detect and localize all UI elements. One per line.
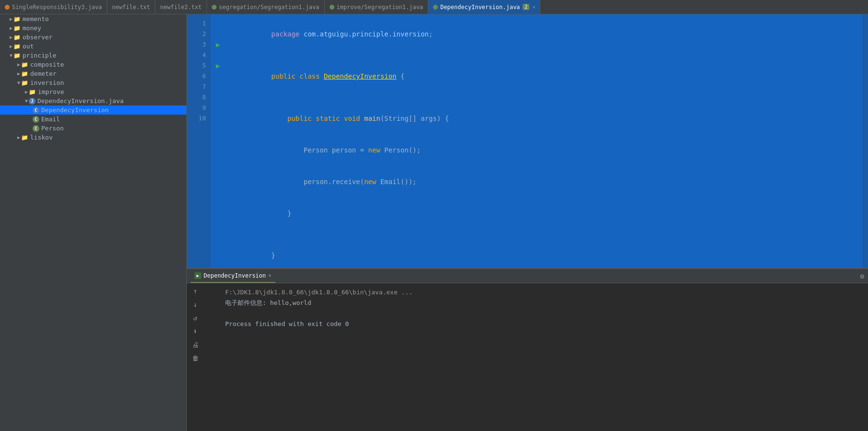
- sidebar-item-dep-class[interactable]: C DependecyInversion: [0, 105, 186, 115]
- sidebar-item-memento[interactable]: ▶ 📁 memento: [0, 14, 186, 23]
- tab-dep[interactable]: DependecyInversion.java 2 ✕: [428, 0, 540, 14]
- class-green-icon: C: [33, 125, 39, 132]
- sidebar-label-liskov: liskov: [30, 134, 53, 141]
- arrow-icon: ▶: [10, 35, 12, 40]
- code-line-9: [231, 229, 857, 240]
- main-area: ▶ 📁 memento ▶ 📁 money ▶ 📁 observer ▶ 📁 o…: [0, 14, 868, 431]
- sidebar-label-email: Email: [41, 116, 60, 123]
- tab-bar: SingleResponsibility3.java newfile.txt n…: [0, 0, 868, 14]
- indent: [271, 115, 287, 122]
- keyword-public: public: [271, 72, 299, 80]
- sidebar-item-person[interactable]: C Person: [0, 124, 186, 133]
- sidebar-label-person: Person: [41, 125, 64, 132]
- sidebar-item-improve[interactable]: ▶ 📁 improve: [0, 87, 186, 96]
- code-line-10: }: [231, 240, 857, 268]
- close-brace: }: [271, 210, 291, 217]
- up-arrow-icon[interactable]: ↑: [193, 287, 197, 295]
- code-line-1: package com.atguigu.principle.inversion;: [231, 18, 857, 50]
- tab-nf1-label: newfile.txt: [112, 4, 150, 11]
- settings-icon[interactable]: ⚙: [860, 272, 864, 280]
- email-new: Email());: [380, 178, 417, 186]
- folder-icon: 📁: [13, 34, 21, 41]
- tab-imp-label: improve/Segregation1.java: [337, 4, 423, 11]
- tab-icon-dep: [433, 5, 438, 10]
- arrow-icon: ▼: [25, 98, 28, 104]
- console-output-1: 电子邮件信息: hello,world: [225, 298, 864, 308]
- bottom-tab-bar: ▶ DependecyInversion ✕ ⚙: [187, 269, 868, 283]
- keyword-void: void: [344, 115, 364, 122]
- tab-nf2-label: newfile2.txt: [160, 4, 202, 11]
- print-icon[interactable]: 🖨: [192, 341, 199, 349]
- run-icon[interactable]: ▶: [211, 60, 225, 71]
- person-decl: Person person =: [271, 146, 368, 154]
- arrow-icon: ▶: [25, 89, 28, 94]
- sidebar-label-principle: principle: [23, 52, 56, 59]
- sidebar-label-improve: improve: [38, 88, 64, 95]
- tab-imp[interactable]: improve/Segregation1.java: [325, 0, 429, 14]
- trash-icon[interactable]: 🗑: [192, 354, 199, 362]
- close-icon[interactable]: ✕: [532, 4, 535, 10]
- code-line-3: public class DependecyInversion {: [231, 60, 857, 92]
- tab-icon-imp: [330, 5, 334, 10]
- arrow-icon: ▼: [10, 53, 12, 58]
- arrow-icon: ▶: [10, 44, 12, 49]
- folder-icon: 📁: [21, 80, 28, 86]
- sidebar-label-money: money: [23, 24, 41, 32]
- sidebar: ▶ 📁 memento ▶ 📁 money ▶ 📁 observer ▶ 📁 o…: [0, 14, 187, 431]
- bottom-panel: ▶ DependecyInversion ✕ ⚙ ↑ ↓ ↺ ⬇ 🖨 🗑: [187, 268, 868, 431]
- tab-nf2[interactable]: newfile2.txt: [155, 0, 207, 14]
- method-name: main: [364, 115, 380, 122]
- down-arrow-icon[interactable]: ↓: [193, 301, 197, 308]
- console-tab[interactable]: ▶ DependecyInversion ✕: [191, 269, 275, 283]
- class-green-icon: C: [33, 116, 39, 123]
- sidebar-item-inversion[interactable]: ▼ 📁 inversion: [0, 78, 186, 87]
- console-blank: [225, 308, 864, 319]
- scroll-track[interactable]: [862, 14, 868, 268]
- sidebar-label-observer: observer: [23, 34, 53, 41]
- java-file-icon: J: [29, 98, 35, 105]
- bottom-left-strip: ↑ ↓ ↺ ⬇ 🖨 🗑: [187, 283, 204, 431]
- code-line-4: [231, 92, 857, 103]
- keyword-new2: new: [364, 178, 380, 186]
- tab-seg[interactable]: segregation/Segregation1.java: [207, 0, 325, 14]
- arrow-icon: ▼: [17, 80, 20, 85]
- sidebar-label-dep-class: DependecyInversion: [41, 106, 109, 114]
- run-icon[interactable]: ▶: [211, 39, 225, 50]
- tab-nf1[interactable]: newfile.txt: [107, 0, 155, 14]
- folder-icon: 📁: [29, 89, 36, 95]
- folder-icon: 📁: [13, 43, 21, 50]
- sidebar-label-out: out: [23, 43, 34, 50]
- params: (String[] args) {: [380, 115, 449, 122]
- tab-badge: 2: [523, 4, 529, 10]
- keyword-class: class: [299, 72, 324, 80]
- keyword-new: new: [368, 146, 385, 154]
- tab-sr[interactable]: SingleResponsibility3.java: [0, 0, 107, 14]
- line-numbers: 1 2 3 4 5 6 7 8 9 10: [187, 14, 211, 268]
- code-editor[interactable]: package com.atguigu.principle.inversion;…: [225, 14, 862, 268]
- sidebar-item-dep-file[interactable]: ▼ J DependecyInversion.java: [0, 96, 186, 105]
- console-tab-label: DependecyInversion: [204, 272, 266, 279]
- code-view[interactable]: 1 2 3 4 5 6 7 8 9 10 ▶ ▶: [187, 14, 868, 268]
- class-name: DependecyInversion: [324, 72, 397, 80]
- arrow-icon: ▶: [10, 16, 12, 22]
- sidebar-item-observer[interactable]: ▶ 📁 observer: [0, 33, 186, 42]
- sidebar-label-dep-file: DependecyInversion.java: [37, 97, 124, 105]
- rerun-icon[interactable]: ↺: [193, 314, 197, 322]
- bottom-controls: ⚙: [860, 272, 864, 280]
- stop-icon[interactable]: ⬇: [193, 327, 197, 335]
- sidebar-item-out[interactable]: ▶ 📁 out: [0, 42, 186, 51]
- person-receive: person.receive(: [271, 178, 364, 186]
- package-name: com.atguigu.principle.inversion: [304, 30, 429, 38]
- sidebar-item-principle[interactable]: ▼ 📁 principle: [0, 51, 186, 60]
- code-line-6: Person person = new Person();: [231, 134, 857, 166]
- sidebar-item-composite[interactable]: ▶ 📁 composite: [0, 60, 186, 69]
- sidebar-item-money[interactable]: ▶ 📁 money: [0, 23, 186, 33]
- arrow-icon: ▶: [17, 71, 20, 76]
- console-tab-close[interactable]: ✕: [268, 272, 272, 279]
- sidebar-item-email[interactable]: C Email: [0, 115, 186, 124]
- person-new: Person();: [384, 146, 421, 154]
- sidebar-item-liskov[interactable]: ▶ 📁 liskov: [0, 133, 186, 142]
- gutter: ▶ ▶: [211, 14, 225, 268]
- sidebar-item-demeter[interactable]: ▶ 📁 demeter: [0, 69, 186, 78]
- folder-icon: 📁: [13, 16, 21, 23]
